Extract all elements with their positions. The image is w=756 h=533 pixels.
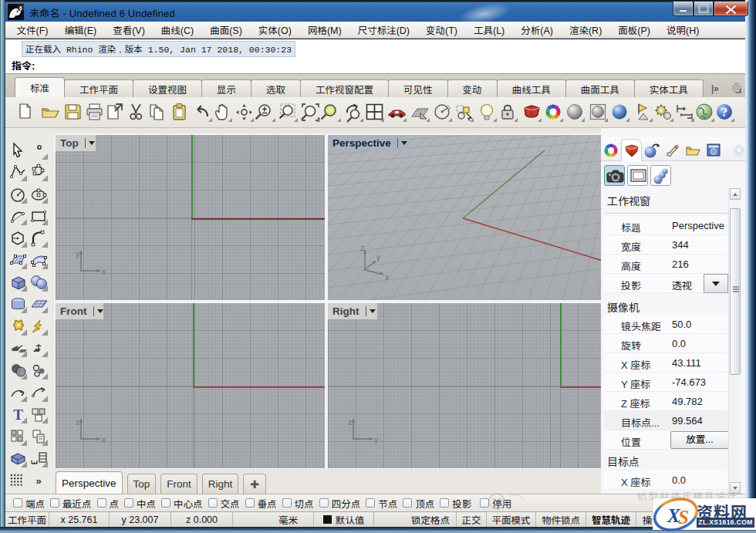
svg-text:y: y: [374, 435, 379, 444]
svg-text:z: z: [348, 417, 352, 427]
svg-text:z: z: [76, 417, 79, 427]
svg-text:x: x: [385, 272, 390, 281]
svg-text:6: 6: [19, 5, 22, 11]
svg-text:x: x: [102, 267, 106, 276]
svg-text:x: x: [102, 435, 106, 444]
svg-text:T: T: [13, 406, 23, 423]
svg-text:»: »: [35, 475, 41, 487]
svg-text:?: ?: [721, 106, 727, 119]
svg-text:y: y: [376, 252, 381, 261]
svg-text:z: z: [360, 244, 364, 252]
svg-text:S: S: [678, 507, 689, 528]
svg-text:y: y: [76, 249, 80, 258]
